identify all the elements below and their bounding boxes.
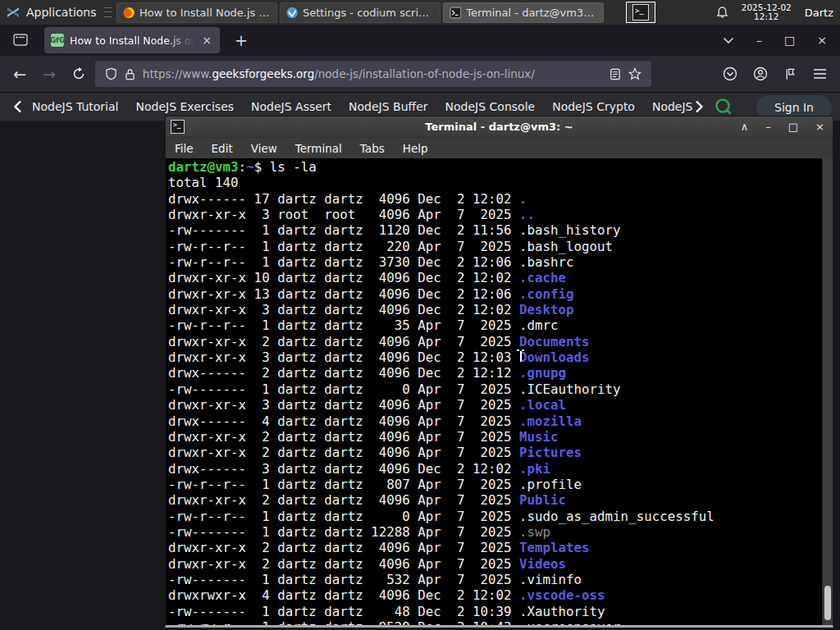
terminal-line: drwxr-xr-x 2 dartz dartz 4096 Apr 7 2025… (168, 445, 822, 460)
terminal-prompt-line: dartz@vm3:~$ ls -la (168, 159, 822, 175)
window-close-button[interactable]: × (817, 34, 827, 47)
nav-item[interactable]: NodeJS Crypto (552, 100, 635, 113)
window-button-codium[interactable]: Settings - codium script... (280, 2, 441, 23)
terminal-line: drwx------ 2 dartz dartz 4096 Dec 2 12:1… (168, 365, 822, 381)
navigation-toolbar: ← → https://www.geeksforgeeks.org/node-j… (0, 56, 840, 93)
bookmark-star-icon[interactable] (628, 67, 641, 80)
nav-scroll-left-chevron-icon[interactable] (13, 100, 22, 113)
panel-user-label[interactable]: Dartz (805, 7, 833, 19)
url-path: /node-js/installation-of-node-js-on-linu… (314, 67, 535, 80)
tab-close-button[interactable]: × (200, 34, 213, 47)
firefox-view-button[interactable] (8, 29, 33, 52)
distro-logo-icon (6, 5, 21, 20)
terminal-line: drwxrwxr-x 4 dartz dartz 4096 Dec 2 12:0… (168, 587, 822, 603)
terminal-line: -rw-r--r-- 1 dartz dartz 807 Apr 7 2025 … (168, 477, 822, 492)
nav-item[interactable]: NodeJS Tutorial (32, 100, 118, 113)
terminal-total-line: total 140 (168, 175, 822, 190)
url-text[interactable]: https://www.geeksforgeeks.org/node-js/in… (143, 67, 535, 80)
nav-item[interactable]: NodeJS Buffer (349, 100, 428, 113)
terminal-menu-item[interactable]: Tabs (351, 142, 394, 155)
terminal-line: -rw------- 1 dartz dartz 48 Dec 2 10:39 … (168, 604, 822, 619)
window-minimize-button[interactable]: – (756, 34, 762, 47)
terminal-line: drwxr-xr-x 13 dartz dartz 4096 Dec 2 12:… (168, 286, 822, 302)
terminal-line: drwx------ 4 dartz dartz 4096 Apr 7 2025… (168, 413, 822, 429)
terminal-line: -rw------- 1 dartz dartz 1120 Dec 2 11:5… (168, 222, 822, 238)
terminal-line: drwxr-xr-x 2 dartz dartz 4096 Apr 7 2025… (168, 429, 822, 445)
terminal-menu-item[interactable]: File (166, 142, 203, 155)
url-bar[interactable]: https://www.geeksforgeeks.org/node-js/in… (95, 61, 651, 87)
pocket-save-icon[interactable] (723, 66, 737, 81)
reload-button[interactable] (72, 67, 85, 80)
app-menu-hamburger-icon[interactable] (813, 68, 827, 80)
terminal-line: drwx------ 17 dartz dartz 4096 Dec 2 12:… (168, 191, 822, 207)
terminal-menu-item[interactable]: Terminal (286, 142, 351, 155)
panel-separator-handle (104, 7, 112, 17)
terminal-window: >_ Terminal - dartz@vm3: ~ ∧ – □ × FileE… (165, 116, 833, 628)
applications-menu-label: Applications (26, 6, 97, 19)
nav-item[interactable]: NodeJS Exercises (135, 100, 234, 113)
terminal-line: drwx------ 3 dartz dartz 4096 Dec 2 12:0… (168, 461, 822, 477)
nav-item[interactable]: NodeJS Console (445, 100, 536, 113)
nav-buttons: ← → (13, 65, 85, 83)
new-tab-button[interactable]: + (230, 31, 253, 49)
terminal-line: drwxr-xr-x 10 dartz dartz 4096 Dec 2 12:… (168, 270, 822, 285)
extensions-icon[interactable] (783, 67, 797, 81)
terminal-scrollbar[interactable] (822, 158, 833, 625)
terminal-line: drwxr-xr-x 2 dartz dartz 4096 Apr 7 2025… (168, 492, 822, 508)
terminal-line: -rw-r--r-- 1 dartz dartz 3730 Dec 2 12:0… (168, 254, 822, 270)
text-cursor-pointer (517, 349, 524, 363)
codium-icon (286, 7, 298, 19)
lock-icon[interactable] (125, 68, 135, 80)
terminal-line: -rw------- 1 dartz dartz 12288 Apr 7 202… (168, 524, 822, 540)
terminal-line: drwxr-xr-x 3 dartz dartz 4096 Dec 2 12:0… (168, 349, 822, 365)
terminal-output[interactable]: dartz@vm3:~$ ls -latotal 140drwx------ 1… (166, 158, 822, 625)
window-maximize-button[interactable]: □ (784, 34, 795, 47)
url-scheme: https://www. (143, 67, 212, 80)
window-button-title: How to Install Node.js o... (139, 7, 271, 19)
terminal-line: drwxr-xr-x 3 dartz dartz 4096 Dec 2 12:0… (168, 302, 822, 317)
terminal-maximize-button[interactable]: □ (788, 121, 798, 133)
terminal-line: -rw------- 1 dartz dartz 0 Apr 7 2025 .I… (168, 381, 822, 397)
window-button-terminal[interactable]: Terminal - dartz@vm3: ~ (443, 2, 604, 23)
site-nav-list: NodeJS TutorialNodeJS ExercisesNodeJS As… (32, 100, 695, 113)
terminal-menubar: FileEditViewTerminalTabsHelp (166, 137, 833, 158)
back-button[interactable]: ← (13, 65, 26, 83)
tab-bar: GfG How to Install Node.js on × + – □ × (0, 25, 840, 56)
terminal-line: -rw-r--r-- 1 dartz dartz 0 Apr 7 2025 .s… (168, 509, 822, 524)
terminal-menu-item[interactable]: View (242, 142, 286, 155)
notification-bell-icon[interactable] (716, 6, 728, 19)
search-icon[interactable] (714, 98, 733, 116)
clock-time: 12:12 (742, 12, 792, 22)
list-all-tabs-chevron-icon[interactable] (723, 37, 734, 44)
reader-mode-icon[interactable] (609, 68, 621, 80)
terminal-title: Terminal - dartz@vm3: ~ (166, 121, 833, 133)
terminal-window-controls: ∧ – □ × (741, 116, 824, 137)
window-button-title: Terminal - dartz@vm3: ~ (466, 7, 596, 19)
terminal-menu-item[interactable]: Edit (203, 142, 242, 155)
terminal-shade-button[interactable]: ∧ (741, 121, 749, 133)
toolbar-right-icons (723, 66, 827, 81)
top-panel: Applications How to Install Node.js o...… (0, 0, 840, 25)
terminal-line: drwxr-xr-x 3 root root 4096 Apr 7 2025 .… (168, 207, 822, 222)
nav-item[interactable]: NodeJS Assert (251, 100, 331, 113)
panel-clock[interactable]: 2025-12-02 12:12 (742, 3, 792, 22)
browser-tab-active[interactable]: GfG How to Install Node.js on × (44, 27, 220, 53)
scrollbar-thumb[interactable] (824, 586, 831, 620)
tab-title: How to Install Node.js on (70, 34, 194, 47)
nav-scroll-right-chevron-icon[interactable] (695, 100, 704, 113)
terminal-line: -rw-r--r-- 1 dartz dartz 35 Apr 7 2025 .… (168, 317, 822, 333)
terminal-menu-item[interactable]: Help (394, 142, 437, 155)
account-icon[interactable] (753, 66, 768, 81)
tracking-protection-shield-icon[interactable] (105, 67, 117, 80)
terminal-close-button[interactable]: × (815, 121, 824, 133)
terminal-line: -rw-rw-r-- 1 dartz dartz 9529 Dec 2 10:4… (168, 619, 822, 625)
terminal-minimize-button[interactable]: – (765, 121, 771, 133)
terminal-titlebar[interactable]: >_ Terminal - dartz@vm3: ~ ∧ – □ × (166, 116, 833, 137)
window-button-firefox[interactable]: How to Install Node.js o... (116, 2, 277, 23)
tray-terminal-indicator[interactable]: >_ (626, 2, 655, 23)
applications-menu-button[interactable]: Applications (0, 0, 103, 25)
terminal-line: -rw-r--r-- 1 dartz dartz 220 Apr 7 2025 … (168, 239, 822, 254)
window-controls: – □ × (723, 34, 827, 47)
url-domain: geeksforgeeks.org (212, 67, 314, 80)
nav-item[interactable]: NodeJS DNS (652, 100, 695, 113)
